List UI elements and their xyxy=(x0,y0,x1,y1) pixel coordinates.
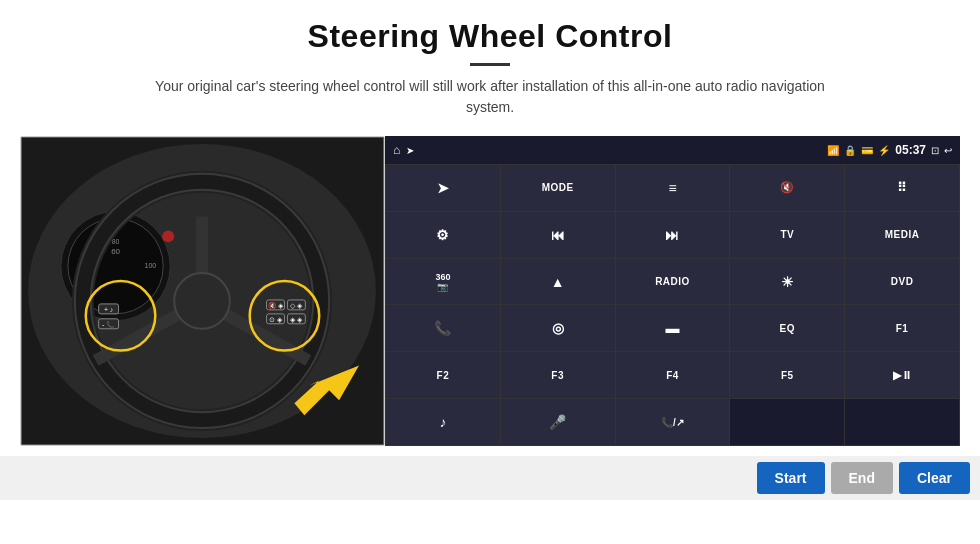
svg-text:⊙ ◈: ⊙ ◈ xyxy=(269,316,283,323)
clear-button[interactable]: Clear xyxy=(899,462,970,494)
navigate-arrow-icon: ➤ xyxy=(437,180,449,196)
svg-text:60: 60 xyxy=(111,247,120,256)
btn-bar[interactable]: ▬ xyxy=(616,305,730,351)
control-panel: ⌂ ➤ 📶 🔒 💳 ⚡ 05:37 ⊡ ↩ xyxy=(385,136,960,446)
buttons-grid: ➤ MODE ≡ 🔇 ⠿ ⚙ ⏮ xyxy=(385,164,960,446)
header-section: Steering Wheel Control Your original car… xyxy=(0,0,980,128)
btn-empty2 xyxy=(845,399,959,445)
camera-360-icon: 360📷 xyxy=(435,272,450,292)
brightness-icon: ☀ xyxy=(781,274,794,290)
btn-360[interactable]: 360📷 xyxy=(386,259,500,305)
wifi-icon: 📶 xyxy=(827,145,839,156)
btn-mute[interactable]: 🔇 xyxy=(730,165,844,211)
btn-phone[interactable]: 📞 xyxy=(386,305,500,351)
tv-label: TV xyxy=(780,229,794,240)
screenshot-icon: ⊡ xyxy=(931,145,939,156)
f4-label: F4 xyxy=(666,370,679,381)
btn-f4[interactable]: F4 xyxy=(616,352,730,398)
page-container: Steering Wheel Control Your original car… xyxy=(0,0,980,544)
f5-label: F5 xyxy=(781,370,794,381)
mute-icon: 🔇 xyxy=(780,181,794,194)
eject-icon: ▲ xyxy=(551,274,565,290)
status-left: ⌂ ➤ xyxy=(393,143,414,157)
btn-call[interactable]: 📞/↗ xyxy=(616,399,730,445)
radio-label: RADIO xyxy=(655,276,690,287)
btn-eq[interactable]: EQ xyxy=(730,305,844,351)
btn-apps[interactable]: ⠿ xyxy=(845,165,959,211)
svg-point-8 xyxy=(162,230,174,242)
sd-icon: 💳 xyxy=(861,145,873,156)
btn-brightness[interactable]: ☀ xyxy=(730,259,844,305)
svg-text:-  📞: - 📞 xyxy=(102,320,115,329)
status-time: 05:37 xyxy=(895,143,926,157)
f3-label: F3 xyxy=(551,370,564,381)
btn-tv[interactable]: TV xyxy=(730,212,844,258)
btn-mode[interactable]: MODE xyxy=(501,165,615,211)
btn-prev[interactable]: ⏮ xyxy=(501,212,615,258)
f1-label: F1 xyxy=(896,323,909,334)
call-icon: 📞/↗ xyxy=(661,417,684,428)
page-title: Steering Wheel Control xyxy=(20,18,960,55)
end-button[interactable]: End xyxy=(831,462,893,494)
btn-navigate[interactable]: ➤ xyxy=(386,165,500,211)
map-icon: ◎ xyxy=(552,320,564,336)
lock-icon: 🔒 xyxy=(844,145,856,156)
btn-f5[interactable]: F5 xyxy=(730,352,844,398)
btn-music[interactable]: ♪ xyxy=(386,399,500,445)
status-bar: ⌂ ➤ 📶 🔒 💳 ⚡ 05:37 ⊡ ↩ xyxy=(385,136,960,164)
btn-f2[interactable]: F2 xyxy=(386,352,500,398)
svg-point-15 xyxy=(174,273,230,329)
btn-f1[interactable]: F1 xyxy=(845,305,959,351)
music-icon: ♪ xyxy=(439,414,446,430)
playpause-icon: ▶⏸ xyxy=(893,369,912,382)
btn-map[interactable]: ◎ xyxy=(501,305,615,351)
apps-icon: ⠿ xyxy=(897,180,907,195)
mode-label: MODE xyxy=(542,182,574,193)
btn-eject[interactable]: ▲ xyxy=(501,259,615,305)
svg-text:🔇 ◈: 🔇 ◈ xyxy=(268,301,285,310)
content-area: 60 80 100 40 xyxy=(0,128,980,456)
f2-label: F2 xyxy=(437,370,450,381)
btn-playpause[interactable]: ▶⏸ xyxy=(845,352,959,398)
eq-label: EQ xyxy=(780,323,795,334)
media-label: MEDIA xyxy=(885,229,920,240)
list-icon: ≡ xyxy=(668,180,676,196)
svg-text:+  ♪: + ♪ xyxy=(104,306,113,313)
image-area: 60 80 100 40 xyxy=(20,136,385,456)
btn-f3[interactable]: F3 xyxy=(501,352,615,398)
btn-next[interactable]: ⏭ xyxy=(616,212,730,258)
svg-text:100: 100 xyxy=(145,262,157,269)
svg-text:◈ ◈: ◈ ◈ xyxy=(290,316,303,323)
prev-icon: ⏮ xyxy=(551,227,565,243)
btn-mic[interactable]: 🎤 xyxy=(501,399,615,445)
btn-radio[interactable]: RADIO xyxy=(616,259,730,305)
bottom-bar: Start End Clear xyxy=(0,456,980,500)
btn-list[interactable]: ≡ xyxy=(616,165,730,211)
settings-icon: ⚙ xyxy=(436,227,449,243)
start-button[interactable]: Start xyxy=(757,462,825,494)
btn-settings[interactable]: ⚙ xyxy=(386,212,500,258)
next-icon: ⏭ xyxy=(665,227,679,243)
navigate-icon: ➤ xyxy=(406,145,414,156)
btn-media[interactable]: MEDIA xyxy=(845,212,959,258)
home-icon: ⌂ xyxy=(393,143,400,157)
status-icons: 📶 🔒 💳 ⚡ 05:37 ⊡ ↩ xyxy=(827,143,952,157)
dvd-label: DVD xyxy=(891,276,914,287)
steering-wheel-image: 60 80 100 40 xyxy=(20,136,385,446)
back-icon: ↩ xyxy=(944,145,952,156)
bluetooth-icon: ⚡ xyxy=(878,145,890,156)
phone-icon: 📞 xyxy=(434,320,451,336)
svg-text:◇ ◈: ◇ ◈ xyxy=(290,302,303,309)
btn-dvd[interactable]: DVD xyxy=(845,259,959,305)
title-divider xyxy=(470,63,510,66)
mic-icon: 🎤 xyxy=(549,414,566,430)
subtitle: Your original car's steering wheel contr… xyxy=(140,76,840,118)
bar-icon: ▬ xyxy=(665,320,679,336)
btn-empty1 xyxy=(730,399,844,445)
